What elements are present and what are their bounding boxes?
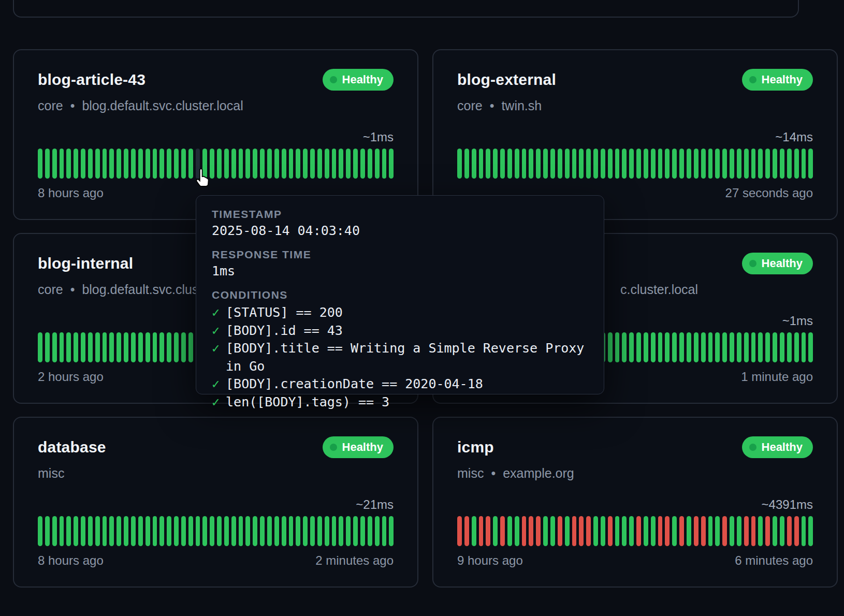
uptime-bar[interactable] [375, 149, 380, 179]
uptime-bar[interactable] [303, 149, 308, 179]
uptime-bar[interactable] [486, 516, 490, 546]
uptime-bar[interactable] [239, 516, 243, 546]
uptime-bar[interactable] [515, 516, 519, 546]
uptime-bar[interactable] [74, 332, 78, 362]
uptime-bar[interactable] [572, 149, 577, 179]
uptime-bar[interactable] [744, 332, 749, 362]
uptime-bar[interactable] [317, 149, 322, 179]
uptime-bar[interactable] [794, 149, 799, 179]
uptime-bar[interactable] [758, 149, 763, 179]
uptime-bar[interactable] [687, 332, 691, 362]
uptime-bar[interactable] [787, 516, 792, 546]
uptime-bar[interactable] [124, 332, 128, 362]
uptime-bar[interactable] [103, 332, 107, 362]
uptime-bar[interactable] [722, 149, 727, 179]
uptime-bar[interactable] [486, 149, 490, 179]
uptime-bar[interactable] [629, 332, 634, 362]
uptime-bar[interactable] [138, 332, 143, 362]
uptime-bar[interactable] [181, 516, 186, 546]
uptime-bar[interactable] [636, 516, 641, 546]
uptime-bar[interactable] [679, 149, 684, 179]
uptime-bar[interactable] [353, 149, 358, 179]
uptime-bar[interactable] [145, 149, 150, 179]
uptime-bar[interactable] [715, 516, 720, 546]
uptime-bar[interactable] [124, 149, 128, 179]
uptime-bar[interactable] [360, 149, 365, 179]
uptime-bar[interactable] [687, 149, 691, 179]
uptime-bar[interactable] [701, 332, 706, 362]
uptime-bar[interactable] [794, 332, 799, 362]
uptime-bar[interactable] [651, 332, 656, 362]
uptime-bar[interactable] [780, 332, 784, 362]
uptime-bar[interactable] [45, 149, 50, 179]
uptime-bar[interactable] [174, 149, 179, 179]
uptime-bar[interactable] [493, 516, 498, 546]
uptime-bar[interactable] [253, 516, 257, 546]
uptime-bar[interactable] [644, 149, 648, 179]
uptime-bar[interactable] [375, 516, 380, 546]
uptime-bar[interactable] [88, 516, 93, 546]
uptime-bar[interactable] [95, 332, 100, 362]
uptime-bar[interactable] [167, 516, 171, 546]
uptime-bar[interactable] [117, 149, 121, 179]
uptime-bar[interactable] [543, 149, 548, 179]
uptime-bar[interactable] [174, 516, 179, 546]
uptime-bar[interactable] [38, 149, 42, 179]
uptime-bar[interactable] [694, 149, 699, 179]
uptime-bar[interactable] [109, 516, 114, 546]
uptime-bar[interactable] [267, 516, 272, 546]
uptime-bar[interactable] [389, 516, 394, 546]
uptime-bar[interactable] [346, 516, 351, 546]
uptime-bar[interactable] [202, 516, 207, 546]
uptime-bar[interactable] [765, 516, 770, 546]
uptime-bar[interactable] [593, 149, 598, 179]
uptime-bar[interactable] [81, 332, 85, 362]
uptime-bar[interactable] [95, 149, 100, 179]
uptime-bar[interactable] [758, 332, 763, 362]
uptime-bar[interactable] [325, 516, 329, 546]
uptime-bar[interactable] [360, 516, 365, 546]
uptime-bar[interactable] [579, 516, 584, 546]
uptime-bar[interactable] [730, 516, 734, 546]
uptime-bar[interactable] [188, 516, 193, 546]
uptime-bar[interactable] [74, 516, 78, 546]
uptime-bar[interactable] [558, 149, 562, 179]
uptime-bar[interactable] [245, 149, 250, 179]
uptime-bar[interactable] [593, 516, 598, 546]
uptime-bar[interactable] [274, 516, 279, 546]
uptime-bar[interactable] [310, 516, 315, 546]
uptime-bar[interactable] [239, 149, 243, 179]
uptime-bar[interactable] [802, 516, 806, 546]
uptime-bar[interactable] [382, 149, 387, 179]
uptime-bar[interactable] [751, 332, 756, 362]
uptime-bar[interactable] [780, 149, 784, 179]
uptime-bar[interactable] [88, 149, 93, 179]
uptime-bar[interactable] [103, 516, 107, 546]
uptime-bar[interactable] [665, 149, 670, 179]
uptime-bar[interactable] [773, 516, 777, 546]
uptime-bar[interactable] [773, 332, 777, 362]
uptime-bar[interactable] [159, 332, 164, 362]
uptime-bar[interactable] [145, 332, 150, 362]
uptime-bar[interactable] [131, 149, 136, 179]
uptime-bar[interactable] [109, 332, 114, 362]
uptime-bar[interactable] [722, 332, 727, 362]
uptime-bar[interactable] [507, 516, 512, 546]
uptime-bar[interactable] [81, 516, 85, 546]
uptime-bar[interactable] [38, 332, 42, 362]
uptime-bar[interactable] [672, 516, 677, 546]
uptime-bar[interactable] [296, 149, 300, 179]
uptime-bar[interactable] [282, 516, 286, 546]
uptime-bar[interactable] [608, 516, 613, 546]
uptime-bar[interactable] [267, 149, 272, 179]
uptime-bar[interactable] [500, 149, 505, 179]
uptime-bar[interactable] [389, 149, 394, 179]
uptime-bar[interactable] [217, 516, 222, 546]
uptime-bar[interactable] [457, 516, 462, 546]
uptime-bar[interactable] [325, 149, 329, 179]
uptime-bar[interactable] [665, 516, 670, 546]
uptime-bar[interactable] [464, 516, 469, 546]
uptime-bar[interactable] [296, 516, 300, 546]
uptime-bar[interactable] [95, 516, 100, 546]
uptime-bar[interactable] [515, 149, 519, 179]
